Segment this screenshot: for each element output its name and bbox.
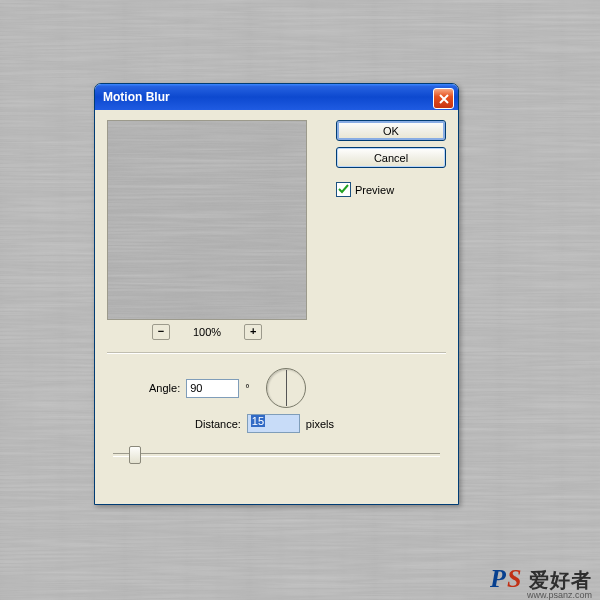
watermark-url: www.psanz.com xyxy=(527,590,592,600)
preview-thumbnail[interactable] xyxy=(107,120,307,320)
preview-label: Preview xyxy=(355,184,394,196)
cancel-button[interactable]: Cancel xyxy=(336,147,446,168)
zoom-in-button[interactable]: + xyxy=(244,324,262,340)
zoom-value: 100% xyxy=(193,326,221,338)
angle-unit: ° xyxy=(245,382,249,394)
preview-checkbox[interactable] xyxy=(336,182,351,197)
titlebar[interactable]: Motion Blur xyxy=(95,84,458,110)
dialog-title: Motion Blur xyxy=(103,90,170,104)
distance-input[interactable]: 15 xyxy=(247,414,300,433)
zoom-out-button[interactable]: − xyxy=(152,324,170,340)
ok-button[interactable]: OK xyxy=(336,120,446,141)
angle-input[interactable] xyxy=(186,379,239,398)
motion-blur-dialog: Motion Blur − 100% + OK Cancel Preview A… xyxy=(94,83,459,505)
distance-unit: pixels xyxy=(306,418,334,430)
distance-slider[interactable] xyxy=(113,444,440,464)
angle-label: Angle: xyxy=(149,382,180,394)
close-icon xyxy=(439,94,449,104)
distance-label: Distance: xyxy=(195,418,241,430)
angle-dial[interactable] xyxy=(266,368,306,408)
check-icon xyxy=(338,184,349,195)
slider-thumb[interactable] xyxy=(129,446,141,464)
divider xyxy=(107,352,446,354)
svg-rect-3 xyxy=(108,121,306,319)
close-button[interactable] xyxy=(433,88,454,109)
